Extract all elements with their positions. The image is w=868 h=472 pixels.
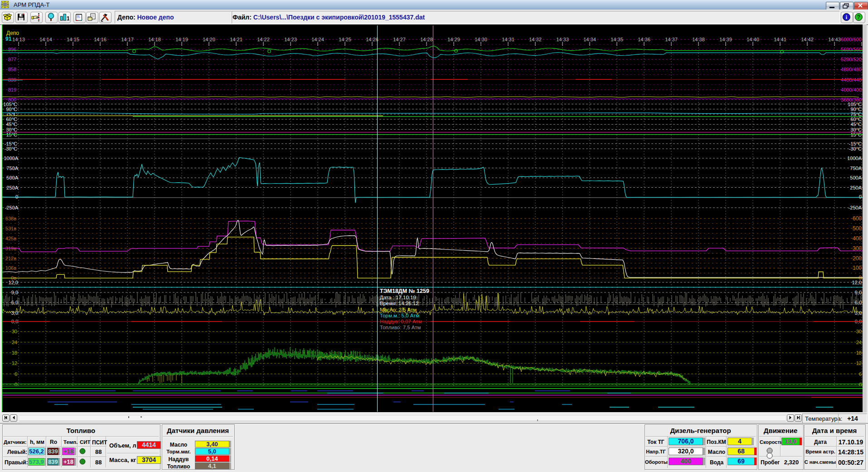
svg-text:858: 858: [8, 67, 16, 72]
svg-text:3,0: 3,0: [11, 310, 18, 316]
svg-text:14:37: 14:37: [665, 37, 678, 42]
svg-text:Дата : 17.10.19: Дата : 17.10.19: [380, 295, 416, 300]
svg-text:1000A: 1000A: [847, 156, 862, 161]
svg-text:500: 500: [853, 225, 862, 232]
svg-text:75°C: 75°C: [6, 112, 17, 117]
svg-text:Наддув: 0,07 Атм: Наддув: 0,07 Атм: [380, 319, 422, 324]
svg-text:Время: 14:26:12: Время: 14:26:12: [380, 301, 419, 306]
svg-text:6: 6: [859, 371, 862, 377]
svg-text:12,0: 12,0: [852, 280, 862, 285]
svg-text:ТЭМ18ДМ № 1259: ТЭМ18ДМ № 1259: [380, 288, 429, 294]
svg-text:14:19: 14:19: [175, 37, 188, 42]
svg-text:250A: 250A: [6, 185, 18, 190]
svg-text:9,0: 9,0: [11, 290, 18, 295]
svg-text:14:33: 14:33: [556, 37, 569, 42]
svg-text:14:14: 14:14: [39, 37, 52, 42]
svg-text:100: 100: [853, 265, 862, 271]
svg-text:14:34: 14:34: [583, 37, 596, 42]
svg-text:12: 12: [12, 360, 17, 366]
svg-text:500A: 500A: [850, 175, 862, 180]
svg-text:0: 0: [859, 382, 862, 387]
svg-text:877: 877: [8, 57, 16, 62]
svg-text:106в: 106в: [5, 265, 16, 271]
svg-text:Топливо: 7,5 Атм: Топливо: 7,5 Атм: [380, 325, 421, 330]
svg-text:14:25: 14:25: [339, 37, 351, 42]
svg-text:90°C: 90°C: [850, 107, 862, 112]
svg-text:30°C: 30°C: [850, 127, 862, 132]
svg-text:24: 24: [856, 340, 862, 345]
svg-text:896: 896: [8, 47, 16, 52]
svg-text:819: 819: [8, 87, 16, 92]
svg-text:6000/600: 6000/600: [841, 37, 862, 42]
svg-text:12: 12: [856, 360, 862, 366]
svg-text:14:43: 14:43: [828, 37, 841, 42]
svg-text:1000A: 1000A: [4, 156, 18, 161]
svg-text:6: 6: [15, 371, 17, 377]
svg-text:14:20: 14:20: [203, 37, 215, 42]
svg-text:638в: 638в: [5, 216, 16, 221]
svg-text:425в: 425в: [5, 236, 16, 241]
svg-text:24: 24: [12, 340, 17, 345]
svg-text:30: 30: [856, 329, 862, 334]
svg-text:14:40: 14:40: [747, 37, 759, 42]
svg-text:14:41: 14:41: [774, 37, 786, 42]
svg-text:4800/480: 4800/480: [841, 67, 862, 72]
svg-text:14:30: 14:30: [475, 37, 487, 42]
svg-text:14:39: 14:39: [719, 37, 732, 42]
svg-text:250A: 250A: [850, 185, 862, 190]
svg-text:Торм.м.: 5,0 Атм: Торм.м.: 5,0 Атм: [380, 313, 419, 318]
svg-text:60°C: 60°C: [850, 117, 862, 122]
svg-text:4000/400: 4000/400: [841, 87, 862, 92]
svg-text:14:13: 14:13: [12, 37, 25, 42]
svg-text:91: 91: [5, 36, 12, 42]
svg-text:531в: 531в: [5, 226, 16, 231]
svg-text:12,0: 12,0: [9, 280, 18, 285]
svg-text:45°C: 45°C: [850, 122, 862, 127]
svg-text:200: 200: [853, 255, 862, 262]
svg-text:14:27: 14:27: [393, 37, 406, 42]
svg-text:400: 400: [853, 235, 862, 242]
svg-text:105°C: 105°C: [848, 102, 862, 107]
svg-text:105°C: 105°C: [3, 102, 17, 107]
svg-text:0: 0: [859, 194, 862, 200]
svg-text:14:16: 14:16: [94, 37, 107, 42]
svg-text:75°C: 75°C: [850, 112, 862, 117]
svg-text:750A: 750A: [6, 165, 18, 171]
svg-text:Депо: Депо: [6, 30, 19, 36]
svg-text:-15°C: -15°C: [849, 141, 862, 146]
svg-text:3,0: 3,0: [855, 310, 862, 316]
svg-text:18: 18: [12, 350, 17, 355]
svg-text:Масло: 2,5 Атм: Масло: 2,5 Атм: [380, 307, 417, 312]
svg-text:-30°C: -30°C: [849, 146, 862, 151]
svg-text:14:17: 14:17: [121, 37, 134, 42]
svg-text:14:26: 14:26: [366, 37, 378, 42]
svg-text:14:42: 14:42: [801, 37, 814, 42]
svg-text:30: 30: [12, 329, 17, 334]
svg-text:212в: 212в: [5, 256, 16, 261]
svg-text:14:28: 14:28: [420, 37, 433, 42]
svg-text:-250A: -250A: [5, 205, 19, 210]
svg-text:60°C: 60°C: [6, 117, 17, 122]
svg-text:14:22: 14:22: [257, 37, 270, 42]
svg-text:14:21: 14:21: [230, 37, 242, 42]
svg-text:-15°C: -15°C: [5, 141, 17, 146]
svg-text:5600/560: 5600/560: [841, 47, 862, 52]
svg-text:14:36: 14:36: [638, 37, 650, 42]
svg-text:14:35: 14:35: [611, 37, 623, 42]
svg-text:14:15: 14:15: [67, 37, 79, 42]
svg-text:500A: 500A: [6, 175, 18, 180]
svg-text:-250A: -250A: [849, 205, 862, 210]
svg-text:-30°C: -30°C: [5, 146, 17, 151]
svg-text:5200/520: 5200/520: [841, 57, 862, 62]
svg-text:9,0: 9,0: [855, 290, 862, 295]
svg-text:14:18: 14:18: [148, 37, 161, 42]
svg-text:14:29: 14:29: [447, 37, 460, 42]
svg-text:14:32: 14:32: [529, 37, 542, 42]
svg-text:750A: 750A: [850, 165, 862, 171]
svg-text:45°C: 45°C: [6, 122, 17, 127]
svg-text:90°C: 90°C: [6, 107, 17, 112]
svg-text:300: 300: [853, 245, 862, 252]
svg-text:14:38: 14:38: [692, 37, 705, 42]
svg-text:14:23: 14:23: [284, 37, 297, 42]
svg-text:30°C: 30°C: [6, 127, 17, 132]
